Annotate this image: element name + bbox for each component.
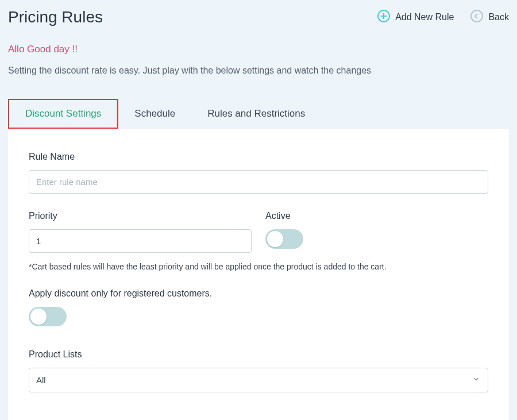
- toggle-knob-icon: [30, 309, 47, 325]
- add-new-rule-button[interactable]: Add New Rule: [377, 9, 454, 25]
- header-actions: Add New Rule Back: [377, 9, 509, 25]
- back-button[interactable]: Back: [470, 9, 509, 25]
- page-title: Pricing Rules: [8, 8, 103, 26]
- active-label: Active: [265, 211, 488, 221]
- greeting-text: Allo Good day !!: [8, 44, 509, 55]
- registered-customers-toggle[interactable]: [29, 307, 67, 326]
- back-label: Back: [488, 12, 509, 22]
- active-toggle[interactable]: [265, 229, 303, 249]
- settings-panel: Rule Name Priority Active *Cart based ru…: [8, 129, 509, 420]
- add-new-rule-label: Add New Rule: [395, 12, 454, 22]
- svg-point-3: [471, 10, 483, 22]
- product-lists-select[interactable]: All: [29, 368, 488, 392]
- product-lists-label: Product Lists: [29, 349, 488, 360]
- tab-schedule[interactable]: Schedule: [118, 99, 191, 129]
- registered-customers-label: Apply discount only for registered custo…: [29, 288, 488, 299]
- plus-circle-icon: [377, 9, 391, 25]
- priority-label: Priority: [29, 211, 252, 221]
- intro-text: Setting the discount rate is easy. Just …: [8, 65, 509, 76]
- chevron-left-circle-icon: [470, 9, 484, 25]
- tab-discount-settings[interactable]: Discount Settings: [8, 99, 118, 129]
- tab-rules-restrictions[interactable]: Rules and Restrictions: [191, 99, 321, 129]
- rule-name-input[interactable]: [29, 170, 488, 194]
- tabs: Discount Settings Schedule Rules and Res…: [8, 99, 509, 129]
- toggle-knob-icon: [267, 231, 283, 247]
- priority-note: *Cart based rules will have the least pr…: [29, 262, 488, 271]
- priority-input[interactable]: [29, 229, 252, 253]
- rule-name-label: Rule Name: [29, 152, 488, 162]
